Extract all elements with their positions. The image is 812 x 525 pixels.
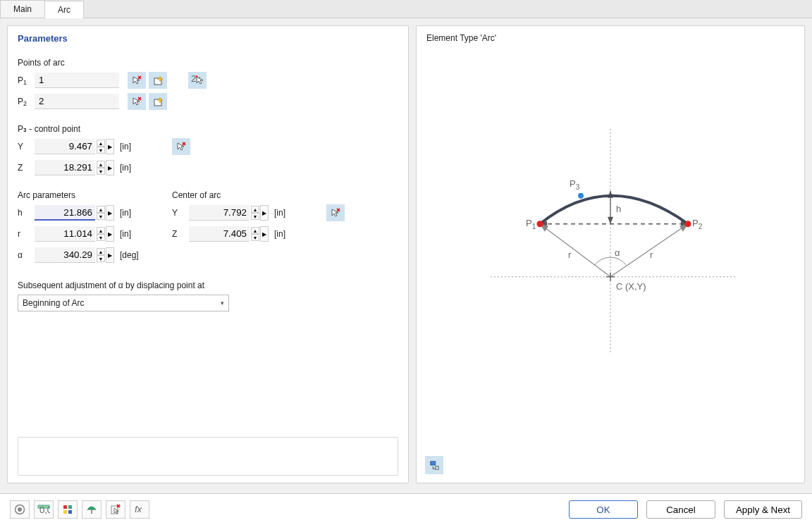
spinner-center-z[interactable]: ▲▼ (251, 227, 259, 241)
input-ctrl-z[interactable] (35, 160, 95, 175)
label-center-z: Z (172, 229, 189, 239)
preview-title: Element Type 'Arc' (426, 33, 794, 43)
spinner-center-y[interactable]: ▲▼ (251, 206, 259, 220)
spinner-alpha[interactable]: ▲▼ (97, 248, 105, 262)
svg-text:r: r (650, 249, 653, 260)
label-r: r (18, 229, 35, 239)
unit-ctrl-y: [in] (120, 142, 144, 152)
unit-ctrl-z: [in] (120, 163, 144, 173)
apply-next-button[interactable]: Apply & Next (724, 500, 802, 519)
section-center-of-arc: Center of arc (172, 190, 345, 200)
dropdown-adjustment-value: Beginning of Arc (23, 298, 84, 308)
ok-button[interactable]: OK (569, 500, 638, 519)
svg-text:0,00: 0,00 (39, 505, 50, 514)
new-node-p2-button[interactable] (149, 93, 167, 110)
svg-rect-29 (431, 462, 436, 465)
input-r[interactable] (35, 226, 95, 242)
svg-text:P3: P3 (570, 178, 580, 191)
pick-center-button[interactable] (326, 204, 345, 221)
input-ctrl-y[interactable] (35, 139, 95, 154)
fx-button[interactable]: fx (130, 500, 149, 519)
flyout-ctrl-z[interactable]: ▶ (106, 160, 114, 175)
pick-cursor-x-icon (131, 96, 142, 107)
fx-icon: fx (133, 504, 146, 515)
label-alpha: α (18, 250, 35, 260)
umbrella-icon (86, 504, 97, 515)
view-button[interactable] (82, 500, 102, 519)
label-center-y: Y (172, 208, 189, 218)
flyout-center-z[interactable]: ▶ (260, 226, 269, 242)
label-p2: P2 (18, 97, 35, 106)
flyout-ctrl-y[interactable]: ▶ (106, 139, 114, 154)
spinner-h[interactable]: ▲▼ (97, 206, 105, 220)
arc-diagram: P1 P2 P3 h r r α C (X,Y) (462, 101, 758, 371)
svg-text:r: r (568, 249, 572, 260)
svg-marker-15 (608, 217, 613, 224)
pick-cursor-x-icon (176, 141, 187, 152)
label-h: h (18, 208, 35, 218)
svg-text:P2: P2 (692, 218, 703, 230)
svg-line-9 (540, 224, 610, 277)
svg-rect-30 (436, 467, 438, 469)
help-button[interactable] (10, 500, 30, 519)
unit-r: [in] (120, 229, 144, 239)
svg-text:fx: fx (135, 504, 142, 514)
flyout-center-y[interactable]: ▶ (260, 205, 269, 221)
cancel-button[interactable]: Cancel (646, 500, 715, 519)
svg-rect-36 (68, 505, 72, 509)
unit-center-y: [in] (274, 208, 298, 218)
input-p1[interactable] (35, 73, 119, 88)
new-object-icon (152, 96, 164, 107)
help-icon (14, 504, 25, 515)
input-center-z[interactable] (189, 226, 250, 242)
units-icon: 0,00 (37, 505, 50, 514)
svg-point-32 (18, 507, 22, 512)
svg-rect-38 (68, 510, 72, 514)
label-ctrl-y: Y (18, 142, 35, 152)
pick-cursor-x-icon (330, 207, 341, 218)
spinner-ctrl-y[interactable]: ▲▼ (97, 140, 105, 154)
tab-strip: Main Arc (0, 0, 812, 18)
new-node-p1-button[interactable] (149, 72, 167, 89)
dropdown-adjustment[interactable]: Beginning of Arc ▾ (18, 295, 229, 311)
preview-mode-icon (429, 459, 439, 471)
pick-cursor-x-icon (131, 75, 142, 86)
new-object-icon (152, 75, 164, 86)
cursor-document-x-icon (110, 504, 121, 515)
units-button[interactable]: 0,00 (34, 500, 54, 519)
clear-pick-button[interactable] (106, 500, 125, 519)
input-alpha[interactable] (35, 247, 95, 263)
svg-rect-35 (63, 505, 67, 509)
tab-arc[interactable]: Arc (44, 1, 84, 18)
flyout-h[interactable]: ▶ (106, 205, 114, 221)
spinner-ctrl-z[interactable]: ▲▼ (97, 161, 105, 175)
pick-control-point-button[interactable] (172, 138, 190, 155)
svg-text:P1: P1 (526, 218, 536, 230)
comment-area[interactable] (18, 437, 398, 476)
tab-main[interactable]: Main (0, 0, 45, 18)
spinner-r[interactable]: ▲▼ (97, 227, 105, 241)
pick-two-nodes-button[interactable]: 2x (188, 72, 207, 89)
unit-alpha: [deg] (120, 250, 144, 260)
input-h[interactable] (35, 205, 95, 221)
panel-title: Parameters (18, 33, 398, 44)
svg-point-2 (196, 75, 198, 78)
svg-point-17 (685, 221, 691, 227)
svg-text:α: α (615, 247, 620, 258)
input-center-y[interactable] (189, 205, 250, 221)
preview-mode-button[interactable] (425, 456, 443, 474)
unit-center-z: [in] (274, 229, 298, 239)
unit-h: [in] (120, 208, 144, 218)
color-button[interactable] (58, 500, 78, 519)
section-points-of-arc: Points of arc (18, 58, 398, 68)
parameters-panel: Parameters Points of arc P1 (7, 25, 409, 483)
preview-panel: Element Type 'Arc' (416, 25, 805, 483)
input-p2[interactable] (35, 94, 119, 109)
section-arc-params: Arc parameters (18, 190, 144, 200)
pick-node-p2-button[interactable] (128, 93, 146, 110)
svg-point-18 (578, 193, 584, 199)
flyout-r[interactable]: ▶ (106, 226, 114, 242)
flyout-alpha[interactable]: ▶ (106, 247, 114, 263)
pick-node-p1-button[interactable] (128, 72, 146, 89)
svg-point-16 (537, 221, 543, 227)
